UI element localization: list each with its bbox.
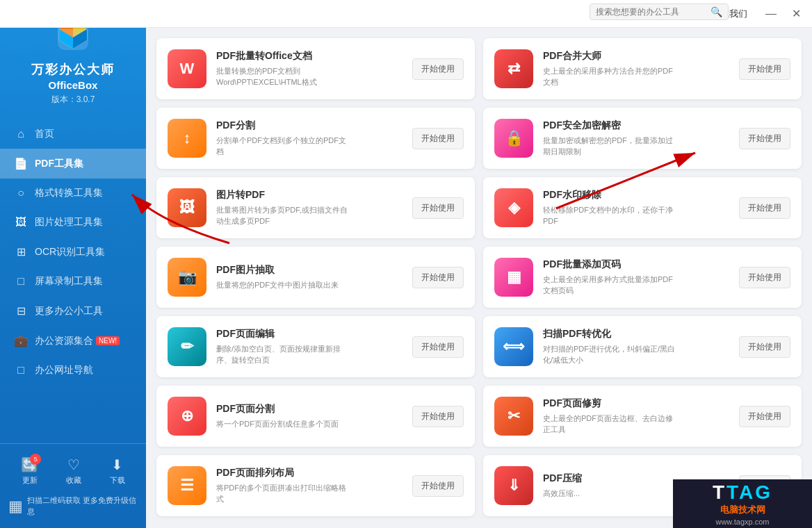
search-bar: 🔍 [590,3,729,20]
sidebar-item-home[interactable]: ⌂ 首页 [0,119,146,149]
tool-desc-pdf-merge: 史上最全的采用多种方法合并您的PDF文档 [543,65,729,88]
tool-title-img-to-pdf: 图片转PDF [216,189,403,201]
tool-info-pdf-page-arrange: PDF页面排列布局 将PDF的多个页面拼凑出打印出缩略格式 [216,467,403,505]
tool-desc-pdf-encrypt: 批量加密或解密您的PDF，批量添加过期日期限制 [543,135,729,158]
tool-icon-pdf-img-extract: 📷 [168,258,206,297]
tools-grid: W PDF批量转Office文档 批量转换您的PDF文档到Word\PPT\EX… [156,38,802,516]
tool-btn-pdf-page-split[interactable]: 开始使用 [412,406,464,427]
tool-btn-img-to-pdf[interactable]: 开始使用 [412,197,464,219]
app-version: 版本：3.0.7 [51,94,95,106]
minimize-button[interactable]: — [761,6,781,22]
tool-info-pdf-encrypt: PDF安全加密解密 批量加密或解密您的PDF，批量添加过期日期限制 [543,119,729,158]
search-icon[interactable]: 🔍 [710,6,722,17]
tool-card-pdf-encrypt[interactable]: 🔒 PDF安全加密解密 批量加密或解密您的PDF，批量添加过期日期限制 开始使用 [483,108,802,169]
tool-info-pdf-page-crop: PDF页面修剪 史上最全的PDF页面去边框、去白边修正工具 [543,397,729,436]
tool-desc-img-to-pdf: 批量将图片转为多页PDF,或扫描文件自动生成多页PDF [216,204,403,227]
nav-icon-office: ⊟ [14,304,28,317]
tool-card-pdf-img-extract[interactable]: 📷 PDF图片抽取 批量将您的PDF文件中图片抽取出来 开始使用 [156,247,475,308]
sidebar-bottom: 🔄 5 更新 ♡ 收藏 ⬇ 下载 ▦ 扫描二维码获取 更多免费升级信息 [0,443,146,528]
nav-icon-screen: □ [14,275,28,288]
sidebar-item-office[interactable]: ⊟ 更多办公小工具 [0,296,146,326]
favorites-button[interactable]: ♡ 收藏 [66,456,81,486]
tool-btn-pdf-page-arrange[interactable]: 开始使用 [412,475,464,497]
sidebar-item-screen[interactable]: □ 屏幕录制工具集 [0,267,146,296]
tool-icon-pdf-split: ↕ [168,119,206,158]
search-input[interactable] [596,7,710,17]
tool-icon-pdf-page-arrange: ☰ [168,466,206,505]
sidebar-item-format[interactable]: ○ 格式转换工具集 [0,179,146,208]
tool-btn-scan-optimize[interactable]: 开始使用 [739,336,790,358]
tool-card-pdf-barcode[interactable]: ▦ PDF批量添加页码 史上最全的采用多种方式批量添加PDF文档页码 开始使用 [483,247,802,308]
tool-btn-pdf-page-crop[interactable]: 开始使用 [739,406,790,427]
tool-desc-pdf-page-edit: 删除/添加空白页、页面按规律重新排序、旋转空白页 [216,343,403,366]
sidebar-item-resource[interactable]: 💼 办公资源集合 NEW! [0,326,146,356]
nav-icon-home: ⌂ [14,128,28,140]
update-label: 更新 [22,475,38,486]
tool-btn-pdf-watermark[interactable]: 开始使用 [739,197,790,219]
tool-btn-pdf-page-edit[interactable]: 开始使用 [412,336,464,358]
tool-btn-pdf-encrypt[interactable]: 开始使用 [739,128,790,149]
sidebar-item-nav[interactable]: □ 办公网址导航 [0,356,146,385]
tool-info-pdf-merge: PDF合并大师 史上最全的采用多种方法合并您的PDF文档 [543,50,729,88]
tool-card-pdf-merge[interactable]: ⇄ PDF合并大师 史上最全的采用多种方法合并您的PDF文档 开始使用 [483,38,802,99]
tool-card-scan-optimize[interactable]: ⟺ 扫描PDF转优化 对扫描的PDF进行优化，纠斜偏正/黑白化/减低大小 开始使… [483,316,802,377]
download-button[interactable]: ⬇ 下载 [110,456,125,486]
close-button[interactable]: ✕ [788,6,805,22]
qr-icon: ▦ [8,497,23,515]
tool-title-pdf-watermark: PDF水印移除 [543,189,729,201]
tool-info-scan-optimize: 扫描PDF转优化 对扫描的PDF进行优化，纠斜偏正/黑白化/减低大小 [543,328,729,366]
tool-desc-pdf-page-crop: 史上最全的PDF页面去边框、去白边修正工具 [543,413,729,436]
qr-area[interactable]: ▦ 扫描二维码获取 更多免费升级信息 [0,491,146,521]
tool-card-pdf-page-arrange[interactable]: ☰ PDF页面排列布局 将PDF的多个页面拼凑出打印出缩略格式 开始使用 [156,455,475,516]
tool-desc-pdf-to-office: 批量转换您的PDF文档到Word\PPT\EXCEL\HTML格式 [216,65,403,88]
tool-info-pdf-barcode: PDF批量添加页码 史上最全的采用多种方式批量添加PDF文档页码 [543,258,729,297]
tool-btn-pdf-img-extract[interactable]: 开始使用 [412,267,464,288]
tool-card-pdf-watermark[interactable]: ◈ PDF水印移除 轻松移除PDF文档中的水印，还你干净PDF 开始使用 [483,177,802,238]
tool-btn-pdf-barcode[interactable]: 开始使用 [739,267,790,288]
tool-card-pdf-page-crop[interactable]: ✂ PDF页面修剪 史上最全的PDF页面去边框、去白边修正工具 开始使用 [483,386,802,447]
tool-desc-pdf-watermark: 轻松移除PDF文档中的水印，还你干净PDF [543,204,729,227]
tool-card-pdf-page-split[interactable]: ⊕ PDF页面分割 将一个PDF页面分割成任意多个页面 开始使用 [156,386,475,447]
tool-title-pdf-img-extract: PDF图片抽取 [216,264,403,277]
tool-icon-scan-optimize: ⟺ [494,327,533,366]
tool-icon-pdf-watermark: ◈ [494,188,533,227]
tool-card-pdf-to-office[interactable]: W PDF批量转Office文档 批量转换您的PDF文档到Word\PPT\EX… [156,38,475,99]
nav-icon-image: 🖼 [14,216,28,229]
download-label: 下载 [110,475,125,486]
nav-label-image: 图片处理工具集 [35,216,103,229]
sidebar-item-ocr[interactable]: ⊞ OCR识别工具集 [0,237,146,267]
qr-text: 扫描二维码获取 更多免费升级信息 [27,495,138,517]
tag-logo: TTAG [713,481,772,504]
sidebar: 万彩办公大师 OfficeBox 版本：3.0.7 ⌂ 首页 📄 PDF工具集 … [0,0,146,528]
tool-title-pdf-page-arrange: PDF页面排列布局 [216,467,403,479]
tool-info-pdf-page-split: PDF页面分割 将一个PDF页面分割成任意多个页面 [216,403,403,430]
tool-icon-pdf-page-edit: ✏ [168,327,206,366]
nav-icon-nav: □ [14,364,28,377]
nav-badge-resource: NEW! [96,336,120,345]
tool-desc-pdf-page-split: 将一个PDF页面分割成任意多个页面 [216,418,403,430]
sidebar-item-pdf[interactable]: 📄 PDF工具集 [0,149,146,179]
tool-btn-pdf-merge[interactable]: 开始使用 [739,58,790,80]
tag-watermark: TTAG 电脑技术网 www.tagxp.com [673,479,812,528]
sidebar-item-image[interactable]: 🖼 图片处理工具集 [0,208,146,237]
tool-btn-pdf-split[interactable]: 开始使用 [412,128,464,149]
nav-icon-format: ○ [14,187,28,199]
tool-info-pdf-to-office: PDF批量转Office文档 批量转换您的PDF文档到Word\PPT\EXCE… [216,50,403,88]
nav-label-ocr: OCR识别工具集 [35,246,105,258]
site-label: 电脑技术网 [720,504,765,516]
tool-icon-img-to-pdf: 🖼 [168,188,206,227]
tool-icon-pdf-merge: ⇄ [494,49,533,88]
update-button[interactable]: 🔄 5 更新 [21,456,38,486]
tool-card-pdf-split[interactable]: ↕ PDF分割 分割单个PDF文档到多个独立的PDF文档 开始使用 [156,108,475,169]
nav-label-office: 更多办公小工具 [35,305,103,317]
tool-card-img-to-pdf[interactable]: 🖼 图片转PDF 批量将图片转为多页PDF,或扫描文件自动生成多页PDF 开始使… [156,177,475,238]
tool-title-pdf-split: PDF分割 [216,119,403,132]
nav-label-format: 格式转换工具集 [35,187,103,199]
nav-label-resource: 办公资源集合 [35,335,93,347]
nav-menu: ⌂ 首页 📄 PDF工具集 ○ 格式转换工具集 🖼 图片处理工具集 ⊞ OCR识… [0,119,146,443]
tool-card-pdf-page-edit[interactable]: ✏ PDF页面编辑 删除/添加空白页、页面按规律重新排序、旋转空白页 开始使用 [156,316,475,377]
main-content: W PDF批量转Office文档 批量转换您的PDF文档到Word\PPT\EX… [146,28,812,528]
tool-btn-pdf-to-office[interactable]: 开始使用 [412,58,464,80]
titlebar-controls: — ✕ [761,6,805,22]
tool-desc-pdf-page-arrange: 将PDF的多个页面拼凑出打印出缩略格式 [216,482,403,505]
